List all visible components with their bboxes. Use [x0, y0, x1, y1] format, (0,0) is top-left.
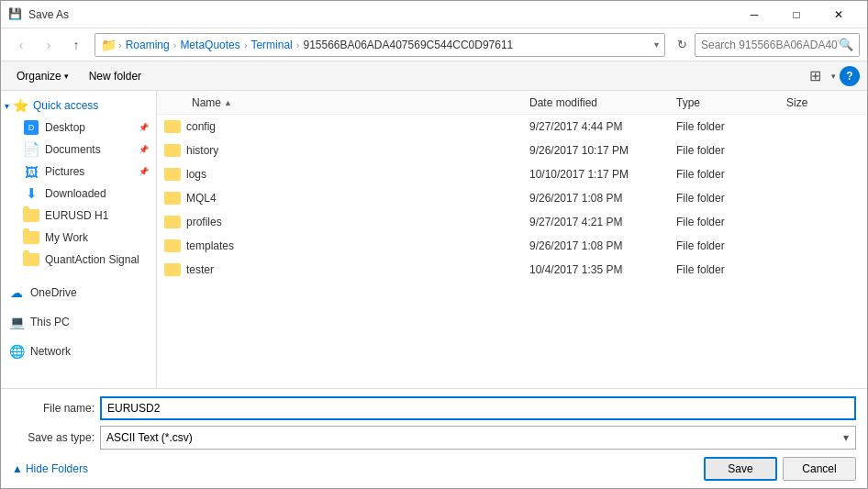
table-row[interactable]: MQL4 9/26/2017 1:08 PM File folder: [157, 186, 867, 210]
file-type-2: File folder: [676, 168, 786, 181]
network-icon: 🌐: [8, 343, 25, 360]
sidebar-divider-2: [1, 304, 156, 311]
table-row[interactable]: history 9/26/2017 10:17 PM File folder: [157, 139, 867, 162]
save-as-dialog: 💾 Save As ─ □ ✕ ‹ › ↑ 📁 › Roaming › Meta…: [0, 0, 868, 489]
folder-icon-4: [164, 216, 181, 228]
file-type-3: File folder: [676, 192, 786, 205]
actions-bar: Organize ▾ New folder ⊞ ▾ ?: [1, 61, 867, 91]
sidebar-work-label: My Work: [45, 231, 88, 244]
desktop-pin-icon: 📌: [139, 123, 149, 132]
pictures-icon: 🖼: [23, 163, 39, 180]
onedrive-icon: ☁: [8, 284, 25, 301]
table-row[interactable]: config 9/27/2017 4:44 PM File folder: [157, 115, 867, 139]
breadcrumb-dropdown-icon[interactable]: ▾: [654, 39, 659, 50]
modified-column-header[interactable]: Date modified: [529, 96, 676, 109]
save-button[interactable]: Save: [704, 457, 777, 481]
savetype-select[interactable]: ASCII Text (*.csv): [100, 426, 856, 450]
sidebar-network-label: Network: [30, 345, 71, 358]
file-name-0: config: [164, 120, 529, 133]
sidebar-documents-label: Documents: [45, 143, 101, 156]
breadcrumb-content: 📁 › Roaming › MetaQuotes › Terminal › 91…: [101, 38, 651, 52]
documents-pin-icon: 📌: [139, 145, 149, 154]
file-modified-3: 9/26/2017 1:08 PM: [529, 192, 676, 205]
quick-access-label: Quick access: [33, 99, 98, 112]
breadcrumb-terminal[interactable]: Terminal: [249, 38, 294, 52]
filename-label: File name:: [12, 402, 95, 415]
table-row[interactable]: profiles 9/27/2017 4:21 PM File folder: [157, 210, 867, 234]
sidebar-item-desktop[interactable]: D Desktop 📌: [1, 117, 156, 139]
desktop-icon: D: [23, 119, 39, 136]
address-bar[interactable]: 📁 › Roaming › MetaQuotes › Terminal › 91…: [95, 33, 665, 57]
collapse-icon: ▲: [12, 462, 23, 475]
star-icon: ⭐: [13, 98, 28, 113]
file-name-2: logs: [164, 168, 529, 181]
folder-icon-0: [164, 120, 181, 133]
search-input[interactable]: [701, 39, 839, 51]
breadcrumb-roaming[interactable]: Roaming: [124, 38, 172, 52]
sidebar-desktop-label: Desktop: [45, 121, 85, 134]
table-row[interactable]: templates 9/26/2017 1:08 PM File folder: [157, 234, 867, 258]
footer: File name: Save as type: ASCII Text (*.c…: [1, 388, 867, 488]
sidebar-item-documents[interactable]: 📄 Documents 📌: [1, 139, 156, 161]
breadcrumb-sep-1: ›: [118, 39, 122, 50]
file-list: config 9/27/2017 4:44 PM File folder his…: [157, 115, 867, 388]
sidebar-thispc-label: This PC: [30, 316, 70, 328]
cancel-button[interactable]: Cancel: [783, 457, 856, 481]
sidebar: ▾ ⭐ Quick access D Desktop 📌 📄 Documents…: [1, 91, 157, 388]
minimize-button[interactable]: ─: [733, 1, 775, 28]
hide-folders-link[interactable]: ▲ Hide Folders: [12, 462, 88, 475]
sidebar-eurusd-label: EURUSD H1: [45, 209, 108, 222]
breadcrumb-metaquotes[interactable]: MetaQuotes: [178, 38, 241, 52]
view-chevron-icon: ▾: [831, 72, 836, 81]
sidebar-item-quantaction[interactable]: QuantAction Signal: [1, 249, 156, 271]
type-column-header[interactable]: Type: [676, 96, 786, 109]
table-row[interactable]: logs 10/10/2017 1:17 PM File folder: [157, 162, 867, 186]
documents-icon: 📄: [23, 141, 39, 158]
folder-icon-2: [164, 168, 181, 181]
file-type-0: File folder: [676, 120, 786, 133]
new-folder-button[interactable]: New folder: [81, 65, 150, 87]
sidebar-item-downloaded[interactable]: ⬇ Downloaded: [1, 183, 156, 205]
work-folder-icon: [23, 229, 39, 246]
collapse-icon: ▾: [5, 101, 9, 111]
back-button[interactable]: ‹: [8, 32, 34, 58]
sidebar-item-work[interactable]: My Work: [1, 227, 156, 249]
up-button[interactable]: ↑: [63, 32, 89, 58]
sort-arrow-icon: ▲: [224, 98, 232, 107]
size-column-header[interactable]: Size: [786, 96, 860, 109]
maximize-button[interactable]: □: [775, 1, 818, 28]
search-bar[interactable]: 🔍: [695, 33, 860, 57]
table-row[interactable]: tester 10/4/2017 1:35 PM File folder: [157, 258, 867, 282]
sidebar-quantaction-label: QuantAction Signal: [45, 253, 139, 266]
breadcrumb-sep-2: ›: [173, 39, 177, 50]
file-type-6: File folder: [676, 263, 786, 276]
folder-icon-5: [164, 239, 181, 252]
close-button[interactable]: ✕: [818, 1, 860, 28]
sidebar-item-eurusd[interactable]: EURUSD H1: [1, 205, 156, 227]
sidebar-item-thispc[interactable]: 💻 This PC: [1, 311, 156, 333]
file-modified-5: 9/26/2017 1:08 PM: [529, 239, 676, 252]
forward-button[interactable]: ›: [36, 32, 61, 58]
quick-access-header[interactable]: ▾ ⭐ Quick access: [1, 94, 156, 117]
sidebar-item-network[interactable]: 🌐 Network: [1, 340, 156, 362]
file-type-1: File folder: [676, 144, 786, 157]
sidebar-item-pictures[interactable]: 🖼 Pictures 📌: [1, 161, 156, 183]
title-bar: 💾 Save As ─ □ ✕: [1, 1, 867, 28]
file-list-area: Name ▲ Date modified Type Size: [157, 91, 867, 388]
file-modified-0: 9/27/2017 4:44 PM: [529, 120, 676, 133]
breadcrumb-sep-3: ›: [244, 39, 248, 50]
folder-icon-6: [164, 263, 181, 276]
filename-row: File name:: [12, 396, 856, 420]
refresh-button[interactable]: ↻: [671, 34, 693, 56]
sidebar-item-onedrive[interactable]: ☁ OneDrive: [1, 282, 156, 304]
file-name-6: tester: [164, 263, 529, 276]
file-modified-4: 9/27/2017 4:21 PM: [529, 216, 676, 228]
downloaded-icon: ⬇: [23, 185, 39, 202]
organize-button[interactable]: Organize ▾: [8, 65, 77, 87]
file-name-3: MQL4: [164, 192, 529, 205]
help-button[interactable]: ?: [840, 66, 860, 86]
filename-input[interactable]: [100, 396, 856, 420]
name-column-header[interactable]: Name ▲: [164, 96, 529, 109]
main-area: ▾ ⭐ Quick access D Desktop 📌 📄 Documents…: [1, 91, 867, 388]
view-toggle-button[interactable]: ⊞: [802, 63, 828, 89]
